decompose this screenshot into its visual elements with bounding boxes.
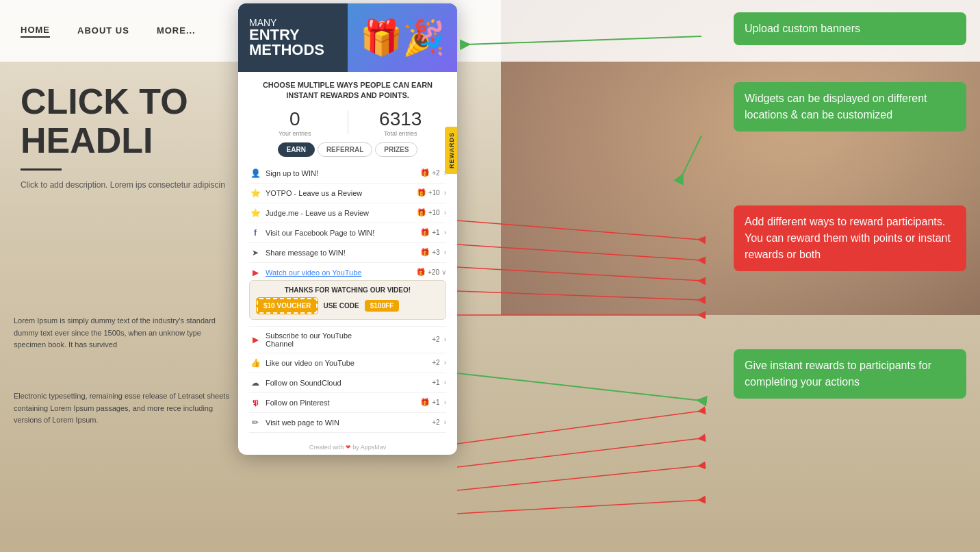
gift-icon: 🎁🎉 <box>360 18 445 58</box>
action-like-label: Like our video on YouTube <box>266 359 432 367</box>
total-entries-block: 6313 Total entries <box>355 108 447 137</box>
hero-title: CLICK TO HEADLI <box>21 82 226 160</box>
rewards-tab-label: REWARDS <box>448 132 455 168</box>
subscribe-icon: ▶ <box>249 335 261 344</box>
action-share[interactable]: ➤ Share message to WIN! 🎁 +3 › <box>249 243 446 263</box>
widget-header-right: 🎁🎉 <box>348 3 457 72</box>
action-share-label: Share message to WIN! <box>266 249 420 257</box>
widget-header: MANY ENTRY METHODS 🎁🎉 <box>238 3 457 72</box>
widget-header-left: MANY ENTRY METHODS <box>238 3 348 72</box>
video-reward-title: THANKS FOR WATCHING OUR VIDEO! <box>257 286 439 294</box>
action-video-label: Watch our video on YouTube <box>266 268 416 277</box>
action-signup[interactable]: 👤 Sign up to WIN! 🎁 +2 › <box>249 164 446 184</box>
arrow-icon: › <box>444 249 446 256</box>
gift-icon-small: 🎁 <box>417 208 426 217</box>
voucher-badge: $10 VOUCHER <box>257 298 318 314</box>
gift-icon-small: 🎁 <box>416 268 426 277</box>
tab-prizes[interactable]: PRIZES <box>375 142 417 157</box>
hero-description: Click to add description. Lorem ips cons… <box>21 179 226 192</box>
use-code-text: USE CODE <box>323 302 359 310</box>
action-signup-label: Sign up to WIN! <box>266 169 420 177</box>
action-like[interactable]: 👍 Like our video on YouTube +2 › <box>249 353 446 373</box>
nav-item-home[interactable]: HOME <box>21 25 50 38</box>
youtube-icon: ▶ <box>249 268 261 277</box>
gift-icon-small: 🎁 <box>420 398 430 407</box>
callout-instant: Give instant rewards to participants for… <box>734 349 966 399</box>
arrow-icon: › <box>444 209 446 216</box>
action-facebook-points: 🎁 +1 › <box>420 228 446 237</box>
pinterest-icon: 𝕻 <box>249 398 261 407</box>
action-signup-points: 🎁 +2 › <box>420 168 446 177</box>
entries-row: 0 Your entries 6313 Total entries <box>249 108 446 137</box>
action-subscribe[interactable]: ▶ Subscribe to our YouTubeChannel +2 › <box>249 327 446 353</box>
action-judgeme[interactable]: ⭐ Judge.me - Leave us a Review 🎁 +10 › <box>249 203 446 223</box>
arrow-icon: › <box>444 189 446 197</box>
widget-body: CHOOSE MULTIPLE WAYS PEOPLE CAN EARN INS… <box>238 72 457 438</box>
widget-subtitle: CHOOSE MULTIPLE WAYS PEOPLE CAN EARN INS… <box>249 80 446 101</box>
your-entries-label: Your entries <box>249 130 341 137</box>
judgeme-icon: ⭐ <box>249 208 261 218</box>
gift-icon-small: 🎁 <box>420 228 430 237</box>
soundcloud-icon: ☁ <box>249 378 261 388</box>
action-judgeme-points: 🎁 +10 › <box>417 208 446 217</box>
arrow-icon: › <box>444 229 446 236</box>
action-judgeme-label: Judge.me - Leave us a Review <box>266 209 417 217</box>
your-entries-count: 0 <box>249 108 341 130</box>
action-webpage[interactable]: ✏ Visit web page to WIN +2 › <box>249 413 446 433</box>
share-icon: ➤ <box>249 248 261 258</box>
webpage-icon: ✏ <box>249 418 261 427</box>
total-entries-label: Total entries <box>355 130 447 137</box>
widget-methods-label: METHODS <box>249 42 337 58</box>
facebook-icon: f <box>249 228 261 238</box>
hero-section: CLICK TO HEADLI Click to add description… <box>21 82 226 192</box>
tab-earn[interactable]: EARN <box>278 142 315 157</box>
callout-reward-ways: Add different ways to reward participant… <box>734 205 966 271</box>
action-facebook-label: Visit our Facebook Page to WIN! <box>266 229 420 237</box>
action-list: 👤 Sign up to WIN! 🎁 +2 › ⭐ YOTPO - Leave… <box>249 164 446 433</box>
signup-icon: 👤 <box>249 168 261 178</box>
arrow-icon: › <box>444 359 446 366</box>
yotpo-icon: ⭐ <box>249 188 261 198</box>
action-yotpo-points: 🎁 +10 › <box>417 188 446 197</box>
action-webpage-label: Visit web page to WIN <box>266 418 432 427</box>
widget-panel: MANY ENTRY METHODS 🎁🎉 CHOOSE MULTIPLE WA… <box>238 3 457 455</box>
widget-footer: Created with ❤ by AppsMav <box>238 438 457 455</box>
action-video[interactable]: ▶ Watch our video on YouTube 🎁 +20 ∨ THA… <box>249 263 446 327</box>
gift-icon-small: 🎁 <box>420 248 430 257</box>
action-pinterest[interactable]: 𝕻 Follow on Pinterest 🎁 +1 › <box>249 393 446 413</box>
action-soundcloud-points: +1 › <box>432 379 446 386</box>
arrow-icon: › <box>444 336 446 343</box>
arrow-icon: › <box>444 399 446 406</box>
hero-divider <box>21 168 62 171</box>
gift-icon-small: 🎁 <box>420 168 430 177</box>
action-share-points: 🎁 +3 › <box>420 248 446 257</box>
action-yotpo-label: YOTPO - Leave us a Review <box>266 189 417 197</box>
action-video-points: 🎁 +20 ∨ <box>416 268 446 277</box>
tab-referral[interactable]: REFERRAL <box>318 142 372 157</box>
code-badge: $100FF <box>365 300 399 312</box>
like-icon: 👍 <box>249 358 261 368</box>
entries-divider <box>348 110 348 134</box>
action-facebook[interactable]: f Visit our Facebook Page to WIN! 🎁 +1 › <box>249 223 446 243</box>
action-pinterest-label: Follow on Pinterest <box>266 399 420 407</box>
your-entries-block: 0 Your entries <box>249 108 341 137</box>
total-entries-count: 6313 <box>355 108 447 130</box>
rewards-side-tab[interactable]: REWARDS 🎁 <box>445 127 457 174</box>
callout-upload: Upload custom banners <box>734 12 966 45</box>
action-pinterest-points: 🎁 +1 › <box>420 398 446 407</box>
nav-item-more[interactable]: MORE... <box>157 25 196 37</box>
action-webpage-points: +2 › <box>432 418 446 426</box>
gift-icon-small: 🎁 <box>417 188 426 197</box>
arrow-icon: › <box>444 418 446 426</box>
voucher-row: $10 VOUCHER USE CODE $100FF <box>257 298 439 314</box>
callout-widgets: Widgets can be displayed on different lo… <box>734 82 966 131</box>
action-subscribe-label: Subscribe to our YouTubeChannel <box>266 331 432 348</box>
action-soundcloud[interactable]: ☁ Follow on SoundCloud +1 › <box>249 373 446 393</box>
action-soundcloud-label: Follow on SoundCloud <box>266 379 432 387</box>
arrow-icon: › <box>444 379 446 386</box>
nav-item-about[interactable]: ABOUT US <box>77 25 129 37</box>
widget-entry-label: ENTRY <box>249 27 337 42</box>
body-text-1: Lorem Ipsum is simply dummy text of the … <box>0 315 246 351</box>
heart-icon: ❤ <box>346 444 351 451</box>
action-yotpo[interactable]: ⭐ YOTPO - Leave us a Review 🎁 +10 › <box>249 184 446 203</box>
